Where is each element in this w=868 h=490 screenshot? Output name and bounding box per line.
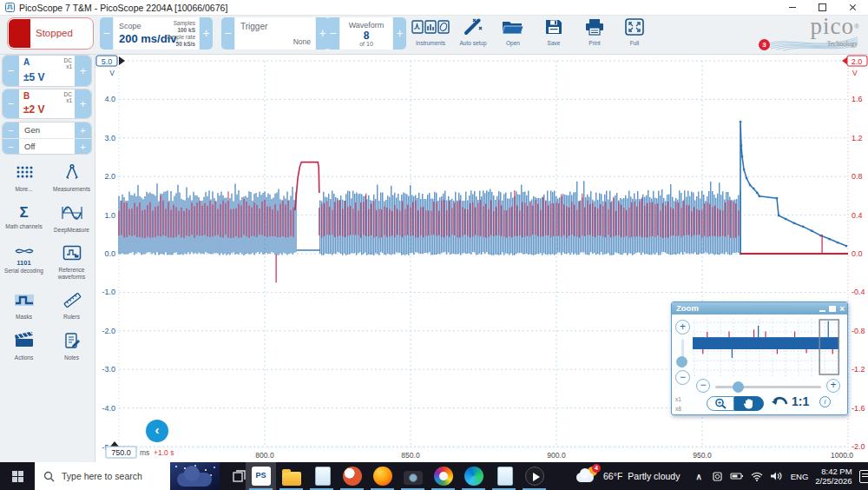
- sidebar-item-serial-decoding[interactable]: 1101 Serial decoding: [0, 244, 48, 280]
- battery-icon[interactable]: [730, 472, 744, 480]
- taskbar-app-notepad[interactable]: [306, 462, 337, 490]
- zoom-tool-button[interactable]: [707, 396, 734, 411]
- info-icon[interactable]: i: [819, 396, 831, 407]
- sidebar-item-notes[interactable]: Notes: [48, 332, 95, 361]
- full-screen-button[interactable]: Full: [615, 18, 654, 51]
- zoom-window-titlebar[interactable]: Zoom ×: [672, 302, 847, 315]
- zoom-horizontal-slider-thumb[interactable]: [733, 381, 744, 393]
- channel-b-decrease-button[interactable]: −: [3, 89, 19, 118]
- pan-left-button[interactable]: ‹: [146, 420, 168, 442]
- zoom-close-icon[interactable]: ×: [839, 304, 845, 314]
- generator-panel[interactable]: − Gen + − Off +: [2, 122, 92, 155]
- svg-text:-1.2: -1.2: [852, 365, 865, 374]
- zoom-window-title: Zoom: [676, 303, 699, 313]
- taskbar-app-media-player[interactable]: [519, 462, 549, 490]
- weather-condition[interactable]: Partly cloudy: [628, 471, 680, 481]
- reference-waveform-icon: [62, 244, 82, 262]
- sidebar-item-more[interactable]: More...: [0, 163, 48, 193]
- zoom-horizontal-in-button[interactable]: +: [826, 379, 840, 393]
- channel-b-panel[interactable]: − B DCx1 ±2 V +: [2, 89, 92, 119]
- undo-zoom-icon[interactable]: [771, 396, 790, 410]
- zoom-maximize-icon[interactable]: [829, 306, 836, 312]
- minimize-button[interactable]: [777, 0, 807, 15]
- taskbar-app-camera[interactable]: [398, 462, 428, 490]
- print-button[interactable]: Print: [575, 18, 614, 51]
- svg-text:4.0: 4.0: [104, 95, 115, 103]
- taskbar-app-duckduckgo[interactable]: [337, 462, 367, 490]
- sidebar-item-deepmeasure[interactable]: DeepMeasure: [48, 204, 95, 234]
- scope-increase-button[interactable]: +: [200, 17, 213, 50]
- generator-decrease-button[interactable]: −: [3, 122, 19, 138]
- channel-a-increase-button[interactable]: +: [75, 56, 91, 86]
- stop-indicator: [9, 19, 30, 48]
- taskbar-search[interactable]: Type here to search: [35, 462, 220, 490]
- sidebar-item-actions[interactable]: Actions: [0, 332, 48, 361]
- mask-icon: [14, 291, 35, 308]
- sidebar-item-math-channels[interactable]: Σ Math channels: [0, 204, 48, 234]
- maximize-button[interactable]: [807, 0, 838, 15]
- sidebar-item-rulers[interactable]: Rulers: [48, 291, 95, 321]
- weather-icon[interactable]: 4: [576, 466, 599, 487]
- generator-state-decrease-button[interactable]: −: [3, 139, 19, 155]
- svg-text:ms: ms: [140, 448, 149, 457]
- language-indicator[interactable]: ENG: [791, 472, 809, 481]
- close-button[interactable]: [838, 0, 868, 15]
- auto-setup-button[interactable]: Auto setup: [453, 18, 493, 51]
- zoom-minimize-icon[interactable]: [819, 310, 825, 312]
- zoom-overview-chart[interactable]: [693, 319, 842, 376]
- sample-rate-value: 50 kS/s: [176, 41, 195, 48]
- svg-text:850.0: 850.0: [401, 451, 420, 460]
- pan-tool-button[interactable]: [734, 396, 764, 411]
- scope-panel[interactable]: Scope 200 ms/div Samples 100 kS Sample r…: [114, 17, 199, 50]
- taskbar-app-firefox[interactable]: [367, 462, 398, 490]
- wifi-icon[interactable]: [751, 472, 763, 481]
- zoom-horizontal-slider[interactable]: [715, 386, 821, 388]
- volume-icon[interactable]: [770, 471, 782, 481]
- taskbar-app-file-explorer[interactable]: [276, 462, 306, 490]
- zoom-vertical-slider-thumb[interactable]: [676, 356, 687, 368]
- sidebar-item-masks[interactable]: Masks: [0, 291, 48, 321]
- open-button[interactable]: Open: [494, 18, 532, 51]
- notification-count-badge[interactable]: 3: [759, 39, 770, 50]
- generator-state-increase-button[interactable]: +: [75, 139, 91, 155]
- start-button[interactable]: [0, 462, 35, 490]
- zoom-horizontal-out-button[interactable]: −: [696, 379, 710, 393]
- zoom-overview-window[interactable]: Zoom × + − x1 x8 − +: [671, 301, 848, 415]
- taskbar-app-edge[interactable]: [458, 462, 489, 490]
- zoom-vertical-in-button[interactable]: +: [675, 320, 690, 334]
- device-sync-icon[interactable]: [712, 471, 723, 482]
- instruments-button[interactable]: Instruments: [411, 18, 450, 51]
- sidebar-item-measurements[interactable]: Measurements: [48, 163, 95, 193]
- zoom-vertical-out-button[interactable]: −: [675, 370, 690, 385]
- svg-text:1.2: 1.2: [852, 134, 863, 142]
- svg-text:800.0: 800.0: [255, 451, 274, 460]
- scope-plot-area[interactable]: 4.03.02.01.00.0-1.0-2.0-3.0-4.0-5.01.61.…: [95, 54, 868, 462]
- save-button[interactable]: Save: [535, 18, 573, 51]
- taskbar-app-paint[interactable]: [428, 462, 458, 490]
- channel-a-decrease-button[interactable]: −: [3, 56, 19, 86]
- waveform-prev-button[interactable]: −: [326, 17, 339, 50]
- sigma-icon: Σ: [0, 204, 48, 222]
- sidebar-item-reference-waveforms[interactable]: Reference waveforms: [48, 244, 95, 280]
- channel-a-panel[interactable]: − A DCx1 ±5 V +: [2, 55, 92, 87]
- action-center-button[interactable]: 3: [859, 470, 868, 483]
- picoscope-app-icon: [5, 3, 15, 12]
- taskbar-app-notepad-2[interactable]: [489, 462, 519, 490]
- notepad-icon: [315, 467, 331, 486]
- channel-b-range: ±2 V: [23, 103, 45, 116]
- generator-increase-button[interactable]: +: [75, 122, 91, 138]
- weather-temp[interactable]: 66°F: [603, 471, 622, 481]
- window-titlebar: PicoScope 7 T&M - PicoScope 2204A [10066…: [0, 0, 868, 16]
- taskbar-app-picoscope[interactable]: PS: [246, 462, 276, 490]
- clock[interactable]: 8:42 PM 2/25/2026: [815, 467, 852, 486]
- stop-start-button[interactable]: Stopped: [7, 17, 94, 50]
- waveform-panel[interactable]: Waveform 8 of 10: [340, 17, 392, 50]
- tray-expand-chevron[interactable]: ∧: [695, 472, 701, 481]
- trigger-decrease-button[interactable]: −: [221, 17, 234, 50]
- search-highlight-art[interactable]: [170, 462, 220, 490]
- scope-decrease-button[interactable]: −: [100, 17, 113, 50]
- trigger-panel[interactable]: Trigger None: [235, 17, 315, 50]
- channel-b-increase-button[interactable]: +: [75, 89, 91, 118]
- waveform-next-button[interactable]: +: [393, 17, 406, 50]
- svg-text:1.0: 1.0: [104, 211, 115, 220]
